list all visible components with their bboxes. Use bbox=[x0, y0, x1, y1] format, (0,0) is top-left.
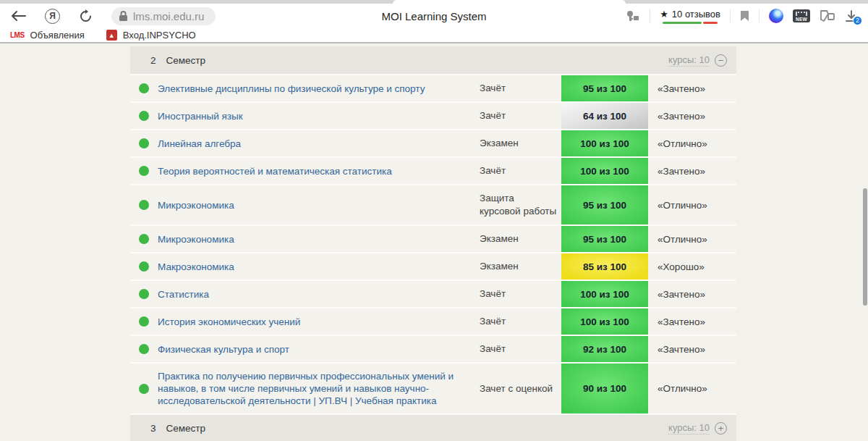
assessment-type: Экзамен bbox=[480, 130, 561, 156]
course-name-cell: Микроэкономика bbox=[158, 226, 480, 252]
url-text: lms.moi.edu.ru bbox=[133, 10, 204, 22]
courses-count-link[interactable]: курсы: 10 bbox=[668, 54, 710, 67]
extension-browser-icon[interactable] bbox=[769, 9, 783, 23]
score-badge: 100 из 100 bbox=[561, 308, 648, 335]
address-bar[interactable]: lms.moi.edu.ru bbox=[111, 7, 216, 25]
inpsycho-favicon: ▲ bbox=[106, 30, 117, 41]
grade-text: «Зачтено» bbox=[648, 281, 736, 307]
course-name-cell: История экономических учений bbox=[158, 308, 480, 335]
score-badge: 95 из 100 bbox=[561, 226, 648, 252]
course-link[interactable]: Статистика bbox=[158, 288, 209, 301]
score-badge: 85 из 100 bbox=[561, 253, 648, 280]
status-dot-icon bbox=[139, 344, 149, 354]
course-link[interactable]: Практика по получению первичных професси… bbox=[158, 370, 471, 407]
course-link[interactable]: Физическая культура и спорт bbox=[158, 343, 289, 356]
score-text: 95 из 100 bbox=[583, 83, 626, 94]
score-badge: 100 из 100 bbox=[561, 130, 648, 156]
score-cell: 100 из 100 bbox=[561, 308, 648, 335]
video-new-extension-icon[interactable]: NEW bbox=[793, 9, 810, 22]
status-dot-cell bbox=[130, 226, 158, 252]
grade-text: «Зачтено» bbox=[648, 158, 736, 184]
table-row: История экономических учений Зачёт 100 и… bbox=[130, 307, 736, 335]
course-link[interactable]: Линейная алгебра bbox=[158, 138, 241, 150]
score-cell: 95 из 100 bbox=[561, 75, 648, 101]
downloads-count-badge: 2 bbox=[853, 16, 862, 25]
course-name-cell: Элективные дисциплины по физической куль… bbox=[158, 75, 480, 101]
assessment-type: Зачёт bbox=[480, 75, 561, 101]
status-dot-cell bbox=[130, 336, 158, 362]
assessment-type: Зачёт bbox=[480, 336, 561, 362]
course-link[interactable]: Иностранный язык bbox=[158, 110, 243, 122]
grade-text: «Отлично» bbox=[648, 226, 736, 252]
site-reviews-button[interactable]: ★ 10 отзывов bbox=[660, 9, 720, 24]
course-link[interactable]: Макроэкономика bbox=[158, 261, 234, 273]
grade-text: «Зачтено» bbox=[648, 336, 736, 362]
course-link[interactable]: Микроэкономика bbox=[158, 233, 234, 245]
semester-label: Семестр bbox=[166, 423, 206, 434]
browser-window: MOI Learning System Я lms.moi.edu.ru bbox=[0, 0, 868, 43]
course-link[interactable]: История экономических учений bbox=[158, 316, 300, 328]
score-cell: 100 из 100 bbox=[561, 281, 648, 307]
toolbar-divider bbox=[730, 9, 731, 22]
downloads-icon[interactable]: 2 bbox=[845, 10, 858, 22]
lock-icon bbox=[119, 11, 128, 22]
status-dot-icon bbox=[139, 83, 149, 93]
table-row: Физическая культура и спорт Зачёт 92 из … bbox=[130, 335, 736, 362]
rating-positive-bar bbox=[663, 22, 702, 24]
course-name-cell: Теория вероятностей и математическая ста… bbox=[158, 158, 480, 184]
collapse-semester-icon[interactable]: − bbox=[715, 54, 727, 67]
table-row: Практика по получению первичных професси… bbox=[130, 362, 736, 413]
lms-favicon: LMS bbox=[10, 31, 25, 39]
status-dot-cell bbox=[130, 75, 158, 101]
assessment-type: Зачёт bbox=[480, 281, 561, 307]
table-row: Микроэкономика Защита курсовой работы 95… bbox=[130, 184, 736, 224]
score-cell: 100 из 100 bbox=[561, 158, 648, 184]
course-rows: Элективные дисциплины по физической куль… bbox=[130, 74, 736, 413]
assessment-type: Зачёт bbox=[480, 103, 561, 129]
collections-icon[interactable] bbox=[820, 9, 835, 22]
course-name-cell: Практика по получению первичных професси… bbox=[158, 364, 480, 413]
semester-label: Семестр bbox=[166, 55, 206, 66]
expand-semester-icon[interactable]: + bbox=[715, 422, 727, 434]
status-dot-cell bbox=[130, 158, 158, 184]
score-text: 95 из 100 bbox=[583, 200, 626, 211]
course-link[interactable]: Микроэкономика bbox=[158, 199, 234, 211]
course-name-cell: Макроэкономика bbox=[158, 253, 480, 280]
password-manager-icon[interactable] bbox=[626, 9, 640, 22]
score-text: 90 из 100 bbox=[583, 383, 626, 394]
status-dot-icon bbox=[139, 384, 149, 394]
score-badge: 92 из 100 bbox=[561, 336, 648, 362]
course-link[interactable]: Теория вероятностей и математическая ста… bbox=[158, 165, 392, 177]
status-dot-icon bbox=[139, 289, 149, 299]
course-link[interactable]: Элективные дисциплины по физической куль… bbox=[158, 83, 425, 95]
bookmark-flag-icon[interactable] bbox=[740, 10, 749, 22]
score-badge: 95 из 100 bbox=[561, 185, 648, 224]
score-badge: 100 из 100 bbox=[561, 158, 648, 184]
scrollbar-thumb[interactable] bbox=[863, 188, 867, 306]
score-cell: 64 из 100 bbox=[561, 103, 648, 129]
yandex-button[interactable]: Я bbox=[45, 9, 60, 24]
status-dot-cell bbox=[130, 103, 158, 129]
page-content: 2 Семестр курсы: 10 − Элективные дисципл… bbox=[0, 43, 868, 440]
semester-number: 2 bbox=[150, 55, 156, 66]
grade-text: «Зачтено» bbox=[648, 75, 736, 101]
refresh-button[interactable] bbox=[79, 9, 93, 23]
course-name-cell: Линейная алгебра bbox=[158, 130, 480, 156]
grade-text: «Хорошо» bbox=[648, 253, 736, 280]
gradebook-table: 2 Семестр курсы: 10 − Элективные дисципл… bbox=[130, 46, 736, 441]
score-cell: 95 из 100 bbox=[561, 226, 648, 252]
score-text: 100 из 100 bbox=[580, 166, 629, 177]
score-text: 100 из 100 bbox=[580, 138, 629, 149]
table-row: Микроэкономика Экзамен 95 из 100 «Отличн… bbox=[130, 224, 736, 252]
bookmark-lms-announcements[interactable]: LMS Объявления bbox=[10, 30, 85, 41]
score-cell: 92 из 100 bbox=[561, 336, 648, 362]
status-dot-icon bbox=[139, 200, 149, 210]
status-dot-cell bbox=[130, 253, 158, 280]
semester-3-header: 3 Семестр курсы: 10 + bbox=[130, 413, 736, 441]
back-button[interactable] bbox=[10, 10, 26, 22]
score-text: 64 из 100 bbox=[583, 111, 626, 122]
course-name-cell: Физическая культура и спорт bbox=[158, 336, 480, 362]
score-text: 85 из 100 bbox=[583, 261, 626, 272]
bookmark-inpsycho-login[interactable]: ▲ Вход.INPSYCHO bbox=[106, 30, 196, 41]
courses-count-link[interactable]: курсы: 10 bbox=[668, 422, 710, 434]
